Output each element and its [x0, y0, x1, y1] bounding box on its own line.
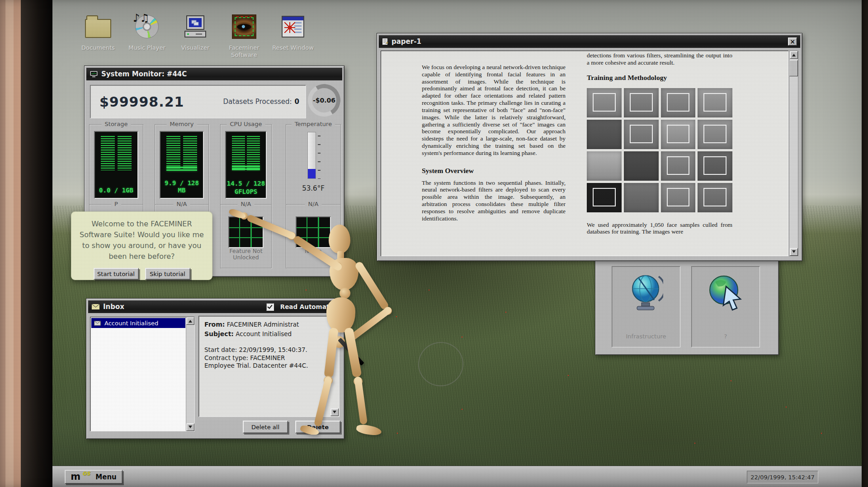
red-burst-icon	[284, 22, 295, 33]
locked-panel-label: N/A	[305, 201, 322, 207]
detection-frame	[703, 188, 726, 206]
paper-window: paper-1 We focus on developing a neural …	[377, 33, 802, 261]
icon-graphic	[222, 13, 266, 41]
datasets-processed: Datasets Processed:0	[223, 98, 299, 106]
desktop-icon-label: Music Player	[125, 44, 169, 52]
balance-panel: $99998.21 Datasets Processed:0	[90, 85, 306, 118]
envelope-icon	[94, 321, 101, 326]
spacer	[204, 340, 334, 346]
tooltip-text: Welcome to the FACEMINER Software Suite!…	[79, 219, 204, 262]
list-item-selected[interactable]: Account Initialised	[91, 318, 185, 328]
menu-label: Menu	[95, 473, 116, 481]
scroll-up-button[interactable]	[790, 51, 798, 59]
cd-icon	[135, 15, 159, 38]
game-screen: Documents Music Player Visualizer	[0, 0, 868, 487]
inbox-title: Inbox	[103, 303, 124, 311]
wall	[0, 0, 21, 487]
monitor-icon	[90, 70, 98, 78]
skip-tutorial-button[interactable]: Skip tutorial	[145, 268, 190, 280]
memory-display: 9.9 / 128 MB	[160, 131, 204, 199]
paper-right-column: detections from various filters, streaml…	[587, 51, 732, 256]
face-sample-cell	[661, 120, 696, 149]
face-sample-cell	[698, 88, 732, 117]
monitor-bezel-right	[862, 0, 868, 487]
desktop-icon-label: Faceminer Software	[222, 44, 266, 58]
message-detail-pane: From: FACEMINER Administrat Subject: Acc…	[198, 316, 340, 417]
system-monitor-title: System Monitor: #44C	[101, 70, 187, 78]
scrollbar-thumb[interactable]	[789, 60, 798, 76]
cpu-usage-line	[232, 166, 260, 167]
face-sample-cell	[624, 120, 659, 149]
message-from-line: From: FACEMINER Administrat	[204, 321, 334, 328]
cpu-value: 14.5 / 128 GFLOPS	[226, 180, 266, 196]
cpu-value-line1: 14.5 / 128	[226, 180, 266, 188]
paper-section-heading: Training and Methodology	[587, 74, 732, 82]
message-list-label: Account Initialised	[104, 320, 158, 327]
thermometer-ticks	[318, 136, 321, 179]
scroll-up-button[interactable]	[186, 317, 194, 325]
storage-label: Storage	[102, 121, 131, 127]
inbox-message-list[interactable]: Account Initialised	[90, 317, 195, 431]
face-sample-cell	[587, 151, 622, 181]
monitor-bezel-left	[21, 0, 52, 487]
temperature-value: 53.6°F	[286, 184, 340, 192]
taskbar-clock: 22/09/1999, 15:42:47	[747, 471, 818, 483]
paper-title: paper-1	[392, 37, 421, 46]
list-scrollbar[interactable]	[186, 317, 194, 431]
thermometer-track	[307, 132, 316, 179]
datasets-value: 0	[295, 98, 299, 106]
locked-panel-label: N/A	[238, 201, 255, 207]
up-arrow-icon	[792, 52, 796, 56]
memory-label: Memory	[167, 121, 197, 127]
icon-graphic	[125, 13, 169, 41]
system-monitor-titlebar[interactable]: System Monitor: #44C	[86, 68, 342, 80]
from-label: From:	[204, 321, 225, 328]
face-sample-cell	[587, 88, 622, 117]
face-sample-cell	[661, 183, 696, 212]
cpu-matrix-pattern	[232, 136, 260, 170]
tutorial-tooltip: Welcome to the FACEMINER Software Suite!…	[71, 211, 212, 280]
paper-titlebar[interactable]: paper-1	[379, 35, 800, 48]
detection-frame	[630, 93, 653, 112]
paper-document: We focus on developing a neural network-…	[381, 51, 788, 256]
desktop-icon-documents[interactable]: Documents	[76, 13, 120, 52]
face-sample-cell	[624, 151, 659, 181]
computer-icon	[183, 14, 208, 39]
cpu-value-line2: GFLOPS	[226, 188, 266, 196]
locked-panel-label: N/A	[174, 201, 190, 207]
desktop-icon-reset-window[interactable]: Reset Window	[271, 13, 315, 52]
scroll-down-button[interactable]	[330, 408, 339, 416]
globe-cursor-icon	[707, 273, 744, 314]
storage-matrix-pattern	[101, 136, 132, 170]
desktop-icon-label: Visualizer	[174, 44, 217, 52]
desk-globe-icon	[629, 273, 663, 316]
scroll-down-button[interactable]	[790, 248, 798, 256]
unknown-feature-button[interactable]: ?	[691, 266, 760, 347]
face-sample-cell	[698, 120, 732, 149]
desktop-icon-music-player[interactable]: Music Player	[125, 13, 169, 52]
delete-all-button[interactable]: Delete all	[243, 421, 288, 433]
read-automatically-checkbox[interactable]	[266, 303, 274, 311]
start-tutorial-button[interactable]: Start tutorial	[94, 268, 139, 280]
scroll-down-button[interactable]	[186, 423, 194, 431]
inbox-titlebar[interactable]: Inbox Read Automatica	[88, 300, 342, 313]
close-button[interactable]	[788, 37, 797, 46]
menu-button[interactable]: mOS Menu	[65, 470, 123, 484]
music-notes-icon	[133, 12, 150, 24]
thermometer-fill	[308, 169, 316, 178]
inbox-window: Inbox Read Automatica Account Initialise…	[86, 298, 344, 439]
face-sample-cell	[624, 88, 659, 117]
folder-icon	[85, 19, 111, 38]
unknown-feature-label: ?	[724, 333, 727, 340]
face-samples-grid	[587, 88, 732, 212]
paper-scrollbar[interactable]	[789, 51, 798, 256]
desktop-icon-faceminer-software[interactable]: Faceminer Software	[222, 13, 266, 58]
reset-window-icon	[282, 16, 304, 37]
cpu-usage-line	[232, 169, 260, 170]
desktop-icon-visualizer[interactable]: Visualizer	[174, 13, 217, 52]
memory-value: 9.9 / 128 MB	[160, 179, 203, 194]
detection-frame	[667, 125, 690, 143]
infrastructure-button[interactable]: Infrastructure	[612, 266, 680, 347]
face-sample-cell	[624, 183, 659, 212]
balance-delta-gauge: -$0.06	[308, 84, 340, 117]
